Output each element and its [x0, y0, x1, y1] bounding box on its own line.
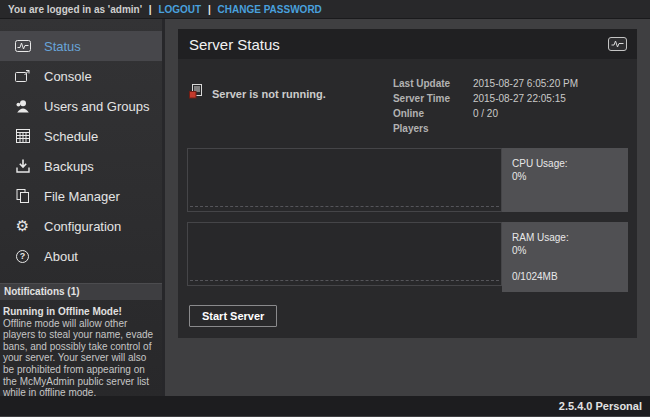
status-icon: [14, 40, 31, 52]
graph-baseline: [190, 280, 499, 281]
sidebar-item-label: File Manager: [44, 189, 120, 204]
file-manager-icon: [14, 189, 31, 203]
start-server-button[interactable]: Start Server: [189, 305, 277, 327]
content-area: Server Status Server is not running. Las…: [165, 19, 650, 396]
footer-bar: 2.5.4.0 Personal: [0, 396, 650, 416]
sidebar-item-label: Backups: [44, 159, 94, 174]
sidebar-nav: Status Console Users and Groups Schedule: [0, 31, 162, 271]
sidebar-item-about[interactable]: ? About: [0, 241, 162, 271]
gear-icon: ⚙: [14, 219, 31, 234]
cpu-usage-label: CPU Usage:: [512, 157, 618, 170]
server-status-row: Server is not running. Last Update 2015-…: [187, 68, 628, 148]
sidebar-item-label: Configuration: [44, 219, 121, 234]
sidebar-item-label: Schedule: [44, 129, 98, 144]
sidebar-item-label: Console: [44, 69, 92, 84]
server-stopped-icon: [189, 84, 203, 103]
cpu-usage-box: CPU Usage: 0%: [502, 148, 628, 212]
notifications-panel: Notifications (1) Running in Offline Mod…: [0, 283, 162, 399]
ram-usage-row: RAM Usage: 0% 0/1024MB: [187, 222, 628, 292]
separator: |: [208, 4, 211, 15]
cpu-usage-graph: [187, 148, 502, 212]
info-label: Server Time: [393, 91, 461, 106]
ram-usage-value: 0%: [512, 244, 618, 257]
info-value: 2015-08-27 22:05:15: [473, 91, 566, 106]
cpu-usage-row: CPU Usage: 0%: [187, 148, 628, 212]
sidebar-item-status[interactable]: Status: [0, 31, 162, 61]
panel-body: Server is not running. Last Update 2015-…: [178, 59, 637, 338]
sidebar-item-console[interactable]: Console: [0, 61, 162, 91]
sidebar-item-schedule[interactable]: Schedule: [0, 121, 162, 151]
question-circle-icon: ?: [14, 250, 31, 263]
notifications-header: Notifications (1): [0, 283, 162, 300]
graph-baseline: [190, 206, 499, 207]
info-row: Online Players 0 / 20: [393, 106, 578, 136]
server-info-table: Last Update 2015-08-27 6:05:20 PM Server…: [393, 76, 578, 136]
users-icon: [14, 99, 31, 113]
info-value: 0 / 20: [473, 106, 498, 136]
notification-text: Offline mode will allow other players to…: [3, 318, 158, 399]
notification-title: Running in Offline Mode!: [3, 306, 158, 318]
notification-item: Running in Offline Mode! Offline mode wi…: [0, 300, 162, 399]
logged-in-text: You are logged in as 'admin': [8, 4, 142, 15]
schedule-icon: [14, 129, 31, 143]
status-pulse-icon: [608, 37, 627, 51]
sidebar-item-label: About: [44, 249, 78, 264]
ram-usage-box: RAM Usage: 0% 0/1024MB: [502, 222, 628, 292]
sidebar-item-label: Users and Groups: [44, 99, 150, 114]
change-password-link[interactable]: CHANGE PASSWORD: [218, 4, 322, 15]
ram-usage-graph: [187, 222, 502, 286]
backups-icon: [14, 159, 31, 173]
ram-usage-detail: 0/1024MB: [512, 270, 618, 283]
status-text: Server is not running.: [212, 88, 326, 100]
cpu-usage-value: 0%: [512, 170, 618, 183]
sidebar-item-users-and-groups[interactable]: Users and Groups: [0, 91, 162, 121]
ram-usage-label: RAM Usage:: [512, 231, 618, 244]
separator: |: [149, 4, 152, 15]
server-status-message: Server is not running.: [189, 84, 326, 103]
panel-header: Server Status: [178, 29, 637, 59]
sidebar-item-label: Status: [44, 39, 81, 54]
page-title: Server Status: [189, 36, 280, 53]
logout-link[interactable]: LOGOUT: [158, 4, 201, 15]
sidebar-item-configuration[interactable]: ⚙ Configuration: [0, 211, 162, 241]
info-row: Server Time 2015-08-27 22:05:15: [393, 91, 578, 106]
info-label: Last Update: [393, 76, 461, 91]
sidebar-item-backups[interactable]: Backups: [0, 151, 162, 181]
sidebar-item-file-manager[interactable]: File Manager: [0, 181, 162, 211]
main-row: Status Console Users and Groups Schedule: [0, 19, 650, 396]
version-label: 2.5.4.0 Personal: [559, 400, 642, 412]
info-row: Last Update 2015-08-27 6:05:20 PM: [393, 76, 578, 91]
sidebar: Status Console Users and Groups Schedule: [0, 19, 165, 396]
console-icon: [14, 69, 31, 83]
info-label: Online Players: [393, 106, 461, 136]
topbar: You are logged in as 'admin' | LOGOUT | …: [0, 0, 650, 19]
info-value: 2015-08-27 6:05:20 PM: [473, 76, 578, 91]
